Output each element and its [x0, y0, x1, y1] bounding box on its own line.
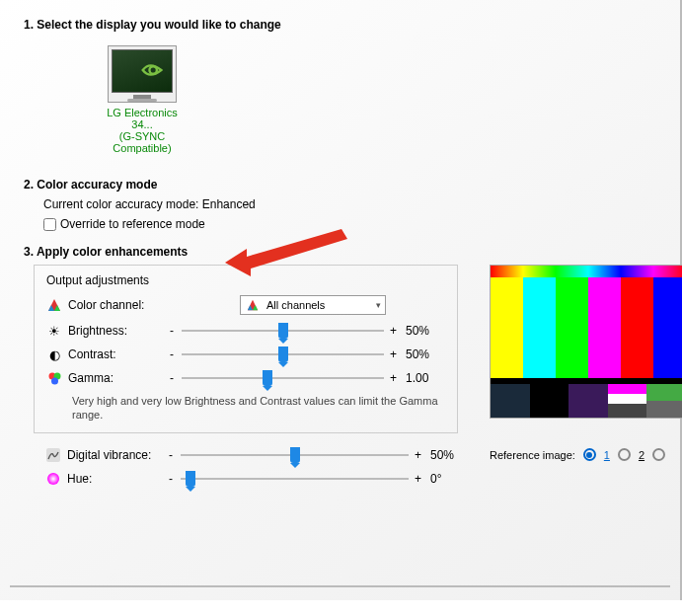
brightness-slider[interactable] [182, 330, 384, 332]
channels-icon [245, 297, 261, 313]
step3-title: 3. Apply color enhancements [24, 245, 666, 259]
override-checkbox-row[interactable]: Override to reference mode [43, 217, 666, 231]
step2-title: 2. Color accuracy mode [24, 178, 666, 192]
display-item[interactable]: LG Electronics 34... (G-SYNC Compatible) [98, 45, 187, 154]
reference-preview [490, 265, 682, 419]
gamma-row: Gamma: - + 1.00 [46, 370, 445, 386]
contrast-value: 50% [406, 347, 445, 361]
hue-row: Hue: - + 0° [45, 471, 470, 487]
nvidia-logo-icon [138, 56, 166, 84]
output-adjustments-label: Output adjustments [46, 273, 445, 287]
gamma-icon [46, 370, 62, 386]
contrast-icon: ◐ [46, 346, 62, 362]
ref-opt-1[interactable]: 1 [604, 449, 610, 461]
ref-radio-2[interactable] [618, 448, 631, 461]
svg-point-10 [51, 377, 58, 384]
ref-opt-2[interactable]: 2 [639, 449, 644, 461]
chevron-down-icon: ▾ [376, 300, 381, 310]
divider [10, 585, 670, 587]
hue-value: 0° [430, 472, 470, 486]
gamma-note: Very high and very low Brightness and Co… [72, 394, 445, 423]
monitor-icon [108, 45, 177, 103]
gamma-value: 1.00 [406, 371, 445, 385]
svg-point-12 [47, 473, 59, 485]
gamma-slider[interactable] [182, 377, 384, 379]
ref-radio-3[interactable] [652, 448, 665, 461]
contrast-slider[interactable] [182, 353, 384, 355]
display-name[interactable]: LG Electronics 34... [107, 107, 178, 130]
svg-point-0 [149, 66, 156, 73]
vibrance-row: Digital vibrance: - + 50% [45, 447, 470, 463]
step1-title: 1. Select the display you would like to … [24, 18, 666, 32]
vibrance-slider[interactable] [181, 454, 409, 456]
current-mode-row: Current color accuracy mode: Enhanced [43, 197, 666, 211]
reference-image-row: Reference image: 1 2 [490, 448, 682, 461]
color-channel-select[interactable]: All channels ▾ [240, 295, 386, 315]
output-adjustments-panel: Output adjustments Color channel: All ch… [34, 265, 458, 433]
ref-radio-1[interactable] [583, 448, 596, 461]
display-sub: (G-SYNC Compatible) [113, 130, 171, 154]
color-channel-icon [46, 297, 62, 313]
brightness-row: ☀ Brightness: - + 50% [46, 323, 445, 339]
override-label: Override to reference mode [60, 217, 205, 231]
brightness-value: 50% [406, 324, 445, 338]
contrast-row: ◐ Contrast: - + 50% [46, 346, 445, 362]
color-channel-row: Color channel: All channels ▾ [46, 295, 445, 315]
vibrance-icon [45, 447, 61, 463]
vibrance-value: 50% [430, 448, 470, 462]
hue-icon [45, 471, 61, 487]
override-checkbox[interactable] [43, 218, 56, 231]
brightness-icon: ☀ [46, 323, 62, 339]
hue-slider[interactable] [181, 478, 409, 480]
